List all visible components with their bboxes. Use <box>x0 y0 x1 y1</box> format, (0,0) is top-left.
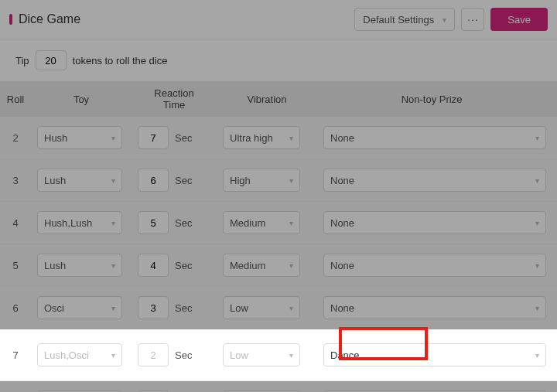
cell-reaction: Sec <box>132 343 217 366</box>
prize-value: None <box>330 132 354 144</box>
roll-number: 6 <box>0 302 31 314</box>
vibration-select[interactable]: Low▾ <box>223 343 300 366</box>
tip-input[interactable] <box>36 50 67 70</box>
tip-bar: Tip tokens to roll the dice <box>0 39 557 81</box>
roll-number: 2 <box>0 132 31 144</box>
vibration-select[interactable]: Medium▾ <box>223 254 300 277</box>
toy-select[interactable]: Lush▾ <box>37 169 122 192</box>
table-row: 2Hush▾SecUltra high▾None▾ <box>0 117 557 159</box>
cell-toy: Hush,Lush▾ <box>31 211 132 234</box>
table-row: 7Lush,Osci▾SecLow▾Dance▾ <box>0 329 557 381</box>
more-button[interactable]: ··· <box>461 8 484 31</box>
cell-prize: None▾ <box>317 254 557 277</box>
cell-reaction: Sec <box>132 296 217 319</box>
vibration-select[interactable]: Ultra high▾ <box>223 126 300 149</box>
reaction-input[interactable] <box>138 343 169 366</box>
vibration-value: Low <box>230 349 248 361</box>
reaction-input[interactable] <box>138 296 169 319</box>
save-button[interactable]: Save <box>490 8 548 31</box>
toy-select[interactable]: Hush▾ <box>37 126 122 149</box>
sec-label: Sec <box>175 349 192 361</box>
col-prize: Non-toy Prize <box>317 94 557 105</box>
col-roll: Roll <box>0 94 31 105</box>
cell-vibration: Medium▾ <box>217 254 317 277</box>
chevron-down-icon: ▾ <box>111 176 115 185</box>
table-row: 3Lush▾SecHigh▾None▾ <box>0 159 557 202</box>
cell-reaction: Sec <box>132 169 217 192</box>
toy-select[interactable]: Osci▾ <box>37 296 122 319</box>
vibration-select[interactable]: High▾ <box>223 169 300 192</box>
vibration-select[interactable]: Low▾ <box>223 296 300 319</box>
prize-value: None <box>330 302 354 314</box>
tip-prefix: Tip <box>15 55 29 66</box>
cell-prize: None▾ <box>317 296 557 319</box>
chevron-down-icon: ▾ <box>111 134 115 142</box>
cell-reaction: Sec <box>132 254 217 277</box>
chevron-down-icon: ▾ <box>111 219 115 227</box>
prize-value: None <box>330 175 354 186</box>
col-vibration: Vibration <box>217 94 317 105</box>
chevron-down-icon: ▾ <box>535 219 539 227</box>
cell-vibration: Low▾ <box>217 296 317 319</box>
chevron-down-icon: ▾ <box>289 134 293 142</box>
prize-select[interactable]: None▾ <box>323 211 546 234</box>
cell-prize: None▾ <box>317 211 557 234</box>
chevron-down-icon: ▾ <box>535 351 539 360</box>
prize-select[interactable]: None▾ <box>323 126 546 149</box>
cell-vibration: Low▾ <box>217 343 317 366</box>
col-reaction-line2: Time <box>132 99 217 111</box>
table-row: 5Lush▾SecMedium▾None▾ <box>0 244 557 287</box>
table-row: 6Osci▾SecLow▾None▾ <box>0 287 557 329</box>
settings-select[interactable]: Default Settings ▾ <box>354 8 455 31</box>
chevron-down-icon: ▾ <box>289 261 293 270</box>
page-header: Dice Game Default Settings ▾ ··· Save <box>0 0 557 39</box>
toy-select[interactable]: Lush▾ <box>37 254 122 277</box>
toy-value: Hush,Lush <box>44 217 92 229</box>
cell-toy: Lush▾ <box>31 169 132 192</box>
chevron-down-icon: ▾ <box>289 351 293 360</box>
prize-value: None <box>330 217 354 229</box>
cell-prize: None▾ <box>317 126 557 149</box>
chevron-down-icon: ▾ <box>111 261 115 270</box>
roll-number: 7 <box>0 349 31 361</box>
sec-label: Sec <box>175 132 192 144</box>
table-row: 8Hush,Lush,Osci▾SecLow▾None▾ <box>0 381 557 392</box>
chevron-down-icon: ▾ <box>535 134 539 142</box>
toy-value: Lush <box>44 260 66 271</box>
reaction-input[interactable] <box>138 211 169 234</box>
col-reaction-line1: Reaction <box>132 87 217 99</box>
cell-toy: Osci▾ <box>31 296 132 319</box>
prize-select[interactable]: Dance▾ <box>323 343 546 366</box>
roll-number: 3 <box>0 175 31 186</box>
cell-toy: Hush▾ <box>31 126 132 149</box>
vibration-select[interactable]: Medium▾ <box>223 211 300 234</box>
cell-toy: Lush,Osci▾ <box>31 343 132 366</box>
toy-select[interactable]: Lush,Osci▾ <box>37 343 122 366</box>
prize-select[interactable]: None▾ <box>323 169 546 192</box>
sec-label: Sec <box>175 217 192 229</box>
sec-label: Sec <box>175 302 192 314</box>
reaction-input[interactable] <box>138 169 169 192</box>
chevron-down-icon: ▾ <box>535 304 539 312</box>
page-title: Dice Game <box>19 12 354 26</box>
cell-toy: Lush▾ <box>31 254 132 277</box>
chevron-down-icon: ▾ <box>289 219 293 227</box>
table-header: Roll Toy Reaction Time Vibration Non-toy… <box>0 81 557 117</box>
prize-select[interactable]: None▾ <box>323 296 546 319</box>
vibration-value: High <box>230 175 251 186</box>
toy-select[interactable]: Hush,Lush▾ <box>37 211 122 234</box>
toy-value: Hush <box>44 132 67 144</box>
header-actions: Default Settings ▾ ··· Save <box>354 8 548 31</box>
reaction-input[interactable] <box>138 126 169 149</box>
prize-select[interactable]: None▾ <box>323 254 546 277</box>
chevron-down-icon: ▾ <box>111 304 115 312</box>
prize-value: Dance <box>330 349 360 361</box>
sec-label: Sec <box>175 260 192 271</box>
toy-value: Osci <box>44 302 64 314</box>
tip-suffix: tokens to roll the dice <box>73 55 168 66</box>
cell-vibration: Medium▾ <box>217 211 317 234</box>
chevron-down-icon: ▾ <box>111 351 115 360</box>
reaction-input[interactable] <box>138 254 169 277</box>
toy-value: Lush,Osci <box>44 349 89 361</box>
vibration-value: Ultra high <box>230 132 273 144</box>
